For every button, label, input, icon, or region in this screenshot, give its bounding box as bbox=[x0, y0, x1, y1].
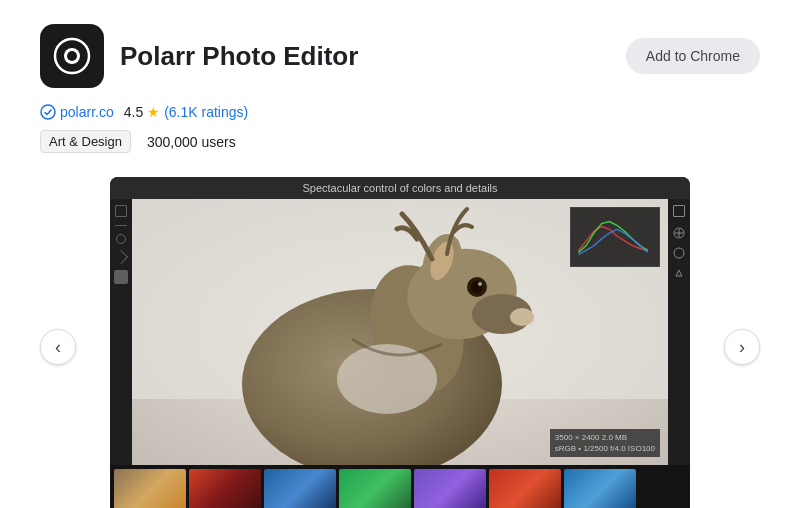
filmstrip-thumb-3 bbox=[264, 469, 336, 508]
filmstrip bbox=[110, 465, 690, 508]
main-screenshot: Spectacular control of colors and detail… bbox=[110, 177, 690, 508]
website-link[interactable]: polarr.co bbox=[40, 104, 114, 120]
svg-point-2 bbox=[67, 51, 77, 61]
rating-star: ★ bbox=[147, 104, 160, 120]
info-panel: 3500 × 2400 2.0 MB sRGB • 1/2500 f/4.0 I… bbox=[550, 429, 660, 457]
next-arrow-button[interactable]: › bbox=[724, 329, 760, 365]
header-left: Polarr Photo Editor bbox=[40, 24, 358, 88]
rtoolbar-icon-2 bbox=[673, 225, 685, 237]
category-tag: Art & Design bbox=[40, 130, 131, 153]
info-line2: sRGB • 1/2500 f/4.0 ISO100 bbox=[555, 443, 655, 454]
rating-container: 4.5 ★ (6.1K ratings) bbox=[124, 104, 249, 120]
prev-arrow-button[interactable]: ‹ bbox=[40, 329, 76, 365]
info-line1: 3500 × 2400 2.0 MB bbox=[555, 432, 655, 443]
filmstrip-thumb-7 bbox=[564, 469, 636, 508]
right-toolbar bbox=[668, 199, 690, 465]
svg-point-13 bbox=[478, 282, 482, 286]
toolbar-icon-5 bbox=[114, 270, 128, 284]
rtoolbar-icon-4 bbox=[673, 265, 685, 277]
svg-point-3 bbox=[41, 105, 55, 119]
left-toolbar bbox=[110, 199, 132, 465]
page-container: Polarr Photo Editor Add to Chrome polarr… bbox=[0, 0, 800, 508]
add-to-chrome-button[interactable]: Add to Chrome bbox=[626, 38, 760, 74]
toolbar-icon-2 bbox=[115, 225, 127, 226]
screenshot-area: ‹ Spectacular control of colors and deta… bbox=[40, 177, 760, 508]
screenshot-caption: Spectacular control of colors and detail… bbox=[110, 177, 690, 199]
website-text: polarr.co bbox=[60, 104, 114, 120]
filmstrip-thumb-2 bbox=[189, 469, 261, 508]
app-title: Polarr Photo Editor bbox=[120, 41, 358, 72]
svg-point-10 bbox=[510, 308, 534, 326]
filmstrip-thumb-1 bbox=[114, 469, 186, 508]
deer-photo: 3500 × 2400 2.0 MB sRGB • 1/2500 f/4.0 I… bbox=[132, 199, 668, 465]
toolbar-icon-1 bbox=[115, 205, 127, 217]
app-icon bbox=[40, 24, 104, 88]
users-count: 300,000 users bbox=[147, 134, 236, 150]
meta-row: polarr.co 4.5 ★ (6.1K ratings) bbox=[40, 104, 760, 120]
rtoolbar-icon-3 bbox=[673, 245, 685, 257]
histogram-panel bbox=[570, 207, 660, 267]
rating-value: 4.5 bbox=[124, 104, 143, 120]
filmstrip-thumb-5 bbox=[414, 469, 486, 508]
toolbar-icon-4 bbox=[114, 250, 128, 264]
tags-row: Art & Design 300,000 users bbox=[40, 130, 760, 153]
rating-link[interactable]: (6.1K ratings) bbox=[164, 104, 248, 120]
toolbar-icon-3 bbox=[116, 234, 126, 244]
svg-point-20 bbox=[674, 248, 684, 258]
filmstrip-thumb-4 bbox=[339, 469, 411, 508]
filmstrip-thumb-6 bbox=[489, 469, 561, 508]
rtoolbar-icon-1 bbox=[673, 205, 685, 217]
header: Polarr Photo Editor Add to Chrome bbox=[40, 24, 760, 88]
screenshot-content: 3500 × 2400 2.0 MB sRGB • 1/2500 f/4.0 I… bbox=[110, 199, 690, 465]
verified-icon bbox=[40, 104, 56, 120]
